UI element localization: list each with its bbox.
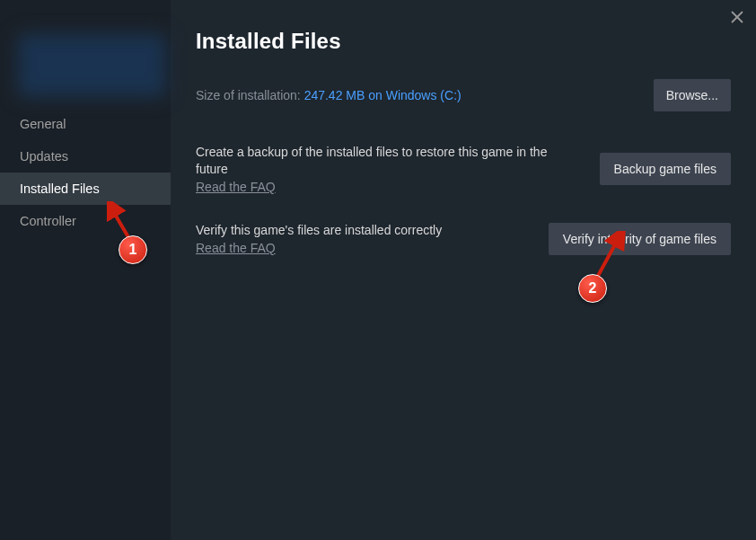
browse-button[interactable]: Browse... [654, 79, 731, 111]
sidebar-item-installed-files[interactable]: Installed Files [0, 173, 171, 205]
verify-section: Verify this game's files are installed c… [196, 222, 731, 256]
verify-integrity-button[interactable]: Verify integrity of game files [549, 223, 731, 255]
backup-description: Create a backup of the installed files t… [196, 144, 582, 178]
close-button[interactable] [731, 9, 743, 28]
sidebar-item-general[interactable]: General [0, 108, 171, 140]
page-title: Installed Files [196, 29, 731, 54]
properties-window: General Updates Installed Files Controll… [0, 0, 756, 540]
backup-game-files-button[interactable]: Backup game files [600, 153, 731, 185]
sidebar-item-updates[interactable]: Updates [0, 140, 171, 173]
verify-faq-link[interactable]: Read the FAQ [196, 241, 276, 255]
sidebar-items: General Updates Installed Files Controll… [0, 108, 171, 237]
sidebar-item-controller[interactable]: Controller [0, 205, 171, 237]
sidebar-item-label: Updates [20, 149, 68, 164]
verify-text: Verify this game's files are installed c… [196, 222, 531, 256]
sidebar-item-label: General [20, 117, 66, 131]
sidebar-item-label: Installed Files [20, 181, 100, 196]
install-size-text: Size of installation: 247.42 MB on Windo… [196, 87, 462, 103]
game-title-blurred [18, 34, 166, 97]
sidebar: General Updates Installed Files Controll… [0, 0, 171, 540]
close-icon [731, 11, 743, 23]
backup-section: Create a backup of the installed files t… [196, 144, 731, 195]
main-panel: Installed Files Size of installation: 24… [171, 0, 756, 540]
game-header [0, 18, 171, 97]
sidebar-item-label: Controller [20, 214, 76, 228]
backup-text: Create a backup of the installed files t… [196, 144, 582, 195]
verify-description: Verify this game's files are installed c… [196, 222, 531, 239]
install-size-label: Size of installation: [196, 88, 304, 102]
install-size-row: Size of installation: 247.42 MB on Windo… [196, 79, 731, 111]
install-size-value: 247.42 MB on Windows (C:) [304, 88, 462, 102]
backup-faq-link[interactable]: Read the FAQ [196, 180, 276, 194]
